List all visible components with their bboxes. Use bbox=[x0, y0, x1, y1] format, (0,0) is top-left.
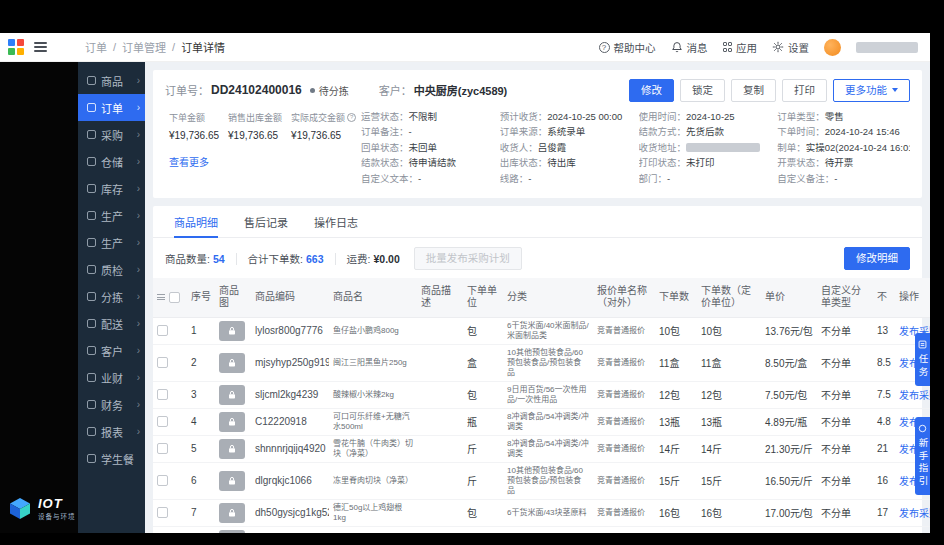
sidebar-item[interactable]: 质检 › bbox=[78, 256, 145, 283]
product-image-placeholder[interactable] bbox=[219, 530, 245, 534]
info-field: 运营状态：不限制 bbox=[361, 111, 494, 122]
detail-tab[interactable]: 商品明细 bbox=[161, 206, 231, 237]
detail-tab[interactable]: 售后记录 bbox=[231, 206, 301, 237]
chevron-right-icon: › bbox=[137, 318, 140, 329]
chevron-right-icon: › bbox=[137, 102, 140, 113]
copy-button[interactable]: 复制 bbox=[731, 79, 776, 102]
app-logo[interactable] bbox=[8, 39, 24, 55]
report-icon bbox=[87, 427, 96, 436]
row-checkbox[interactable] bbox=[157, 389, 168, 400]
sidebar-toggle-icon[interactable] bbox=[34, 42, 47, 52]
sidebar-item[interactable]: 生产 › bbox=[78, 229, 145, 256]
sorting-icon bbox=[87, 292, 96, 301]
sidebar-item[interactable]: 采购 › bbox=[78, 121, 145, 148]
product-image-placeholder[interactable] bbox=[219, 471, 245, 491]
info-icon bbox=[347, 113, 356, 122]
order-qty-price-unit: 16包 bbox=[697, 499, 761, 526]
sidebar-item[interactable]: 生产 › bbox=[78, 202, 145, 229]
breadcrumb-order-management[interactable]: 订单管理 bbox=[122, 39, 166, 55]
product-desc bbox=[417, 435, 463, 462]
unit-price: 13.76元/包 bbox=[761, 317, 817, 344]
row-checkbox[interactable] bbox=[157, 416, 168, 427]
table-row: 6 dlgrqkjc1066 冻里脊肉切块（净菜） 斤 10其他预包装食品/60… bbox=[153, 462, 930, 499]
sidebar-item[interactable]: 财务 › bbox=[78, 391, 145, 418]
sidebar-item[interactable]: 配送 › bbox=[78, 310, 145, 337]
order-qty-price-unit: 12包 bbox=[697, 381, 761, 408]
sidebar-item[interactable]: 商品 › bbox=[78, 67, 145, 94]
product-image-placeholder[interactable] bbox=[219, 439, 245, 459]
sidebar-item[interactable]: 报表 › bbox=[78, 418, 145, 445]
row-checkbox[interactable] bbox=[157, 443, 168, 454]
table-row: 8 jssbsng6189 吉祥三宝圣女果 斤 9日用百货/58清洁用品 竞青普… bbox=[153, 526, 930, 533]
status-dot-icon bbox=[310, 88, 315, 93]
items-table: 序号 商品图 商品编码 商品名 商品描述 下单单位 分类 报价单名称（对外） 下… bbox=[153, 278, 930, 534]
order-qty-price-unit: 10包 bbox=[697, 317, 761, 344]
product-code: lylosr800g7776 bbox=[251, 317, 329, 344]
sidebar-item[interactable]: 学生餐 bbox=[78, 445, 145, 472]
sidebar-item[interactable]: 仓储 › bbox=[78, 148, 145, 175]
row-checkbox[interactable] bbox=[157, 475, 168, 486]
product-image-placeholder[interactable] bbox=[219, 353, 245, 373]
settings-link[interactable]: 设置 bbox=[772, 40, 809, 55]
beginner-guide-side-tab[interactable]: 新手指引 bbox=[915, 417, 930, 495]
stat-block: 销售出库金额 ¥19,736.65 bbox=[228, 111, 282, 141]
row-seq: 7 bbox=[187, 499, 215, 526]
info-field: 收货人：吕俊霞 bbox=[500, 142, 633, 153]
product-category: 8冲调食品/54冲调类/冲调类 bbox=[503, 408, 593, 435]
table-body: 1 lylosr800g7776 鱼仔盐小鹏鸡800g 包 6干货米面/40米面… bbox=[153, 317, 930, 533]
order-qty: 10包 bbox=[655, 317, 697, 344]
product-desc bbox=[417, 499, 463, 526]
sidebar-item[interactable]: 分拣 › bbox=[78, 283, 145, 310]
product-image-placeholder[interactable] bbox=[219, 321, 245, 341]
product-category: 6干货米面/40米面制品/米面制品类 bbox=[503, 317, 593, 344]
user-avatar[interactable] bbox=[824, 39, 841, 56]
row-checkbox[interactable] bbox=[157, 325, 168, 336]
info-field: 自定义文本：- bbox=[361, 173, 494, 184]
quote-name: 竞青普通报价 bbox=[593, 381, 655, 408]
row-seq: 6 bbox=[187, 462, 215, 499]
print-button[interactable]: 打印 bbox=[782, 79, 827, 102]
sidebar-item[interactable]: 订单 › bbox=[78, 94, 145, 121]
detail-tab[interactable]: 操作日志 bbox=[301, 206, 371, 237]
row-seq: 5 bbox=[187, 435, 215, 462]
split-type: 不分单 bbox=[817, 499, 873, 526]
edit-detail-button[interactable]: 修改明细 bbox=[844, 247, 910, 270]
select-all-checkbox[interactable] bbox=[169, 292, 180, 303]
more-actions-button[interactable]: 更多功能 bbox=[833, 79, 910, 102]
apps-link[interactable]: 应用 bbox=[723, 40, 758, 55]
col-seq: 序号 bbox=[187, 278, 215, 318]
edit-button[interactable]: 修改 bbox=[629, 79, 674, 102]
breadcrumb-orders[interactable]: 订单 bbox=[85, 39, 107, 55]
chevron-right-icon: › bbox=[137, 183, 140, 194]
messages-link[interactable]: 消息 bbox=[671, 40, 708, 55]
chevron-right-icon: › bbox=[137, 291, 140, 302]
lock-button[interactable]: 锁定 bbox=[680, 79, 725, 102]
batch-publish-button[interactable]: 批量发布采购计划 bbox=[414, 247, 522, 270]
sidebar-item[interactable]: 库存 › bbox=[78, 175, 145, 202]
product-image-placeholder[interactable] bbox=[219, 412, 245, 432]
publish-purchase-plan-link[interactable]: 发布采购计划 bbox=[899, 390, 930, 401]
chevron-right-icon: › bbox=[137, 237, 140, 248]
split-type: 不分单 bbox=[817, 317, 873, 344]
product-code: shnnnrjqijq4920 bbox=[251, 435, 329, 462]
publish-purchase-plan-link[interactable]: 发布采购计划 bbox=[899, 508, 930, 519]
product-image-placeholder[interactable] bbox=[219, 503, 245, 523]
row-checkbox[interactable] bbox=[157, 507, 168, 518]
inventory-icon bbox=[87, 184, 96, 193]
split-type: 不分单 bbox=[817, 408, 873, 435]
product-code: jssbsng6189 bbox=[251, 526, 329, 533]
tasks-side-tab[interactable]: 任务 bbox=[915, 333, 930, 386]
sidebar-item[interactable]: 客户 › bbox=[78, 337, 145, 364]
product-image-placeholder[interactable] bbox=[219, 385, 245, 405]
sidebar-item[interactable]: 业财 › bbox=[78, 364, 145, 391]
view-more-link[interactable]: 查看更多 bbox=[169, 154, 209, 169]
row-checkbox[interactable] bbox=[157, 357, 168, 368]
order-no-label: 订单号： bbox=[165, 82, 209, 98]
info-field: 使用时间：2024-10-25 bbox=[639, 111, 772, 122]
order-summary-panel: 订单号： DD24102400016 待分拣 客户： 中央厨房(zyc4589)… bbox=[153, 70, 922, 198]
product-desc bbox=[417, 526, 463, 533]
partial-value: 4.8 bbox=[873, 408, 895, 435]
product-desc bbox=[417, 381, 463, 408]
order-status: 待分拣 bbox=[310, 83, 349, 98]
help-center-link[interactable]: 帮助中心 bbox=[599, 40, 656, 55]
